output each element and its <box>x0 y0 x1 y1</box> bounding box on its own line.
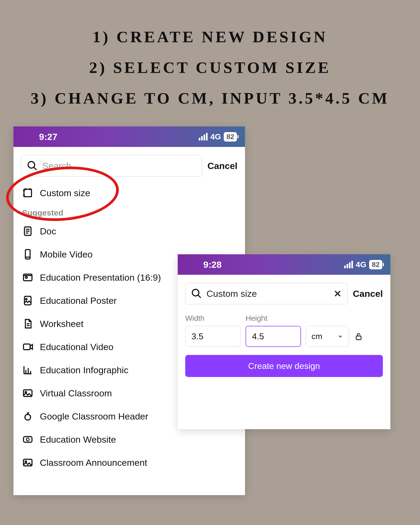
suggested-edu-website[interactable]: Education Website <box>21 428 237 451</box>
battery-badge: 82 <box>369 260 382 269</box>
image-icon <box>22 457 33 468</box>
list-item-label: Virtual Classroom <box>40 388 112 399</box>
status-time: 9:28 <box>203 259 222 270</box>
instruction-1: 1) CREATE NEW DESIGN <box>0 22 420 52</box>
search-input[interactable]: Custom size <box>185 283 348 304</box>
svg-rect-31 <box>356 336 361 340</box>
search-icon <box>27 160 38 171</box>
image-icon <box>22 387 33 399</box>
create-button-label: Create new design <box>248 361 320 371</box>
width-input[interactable]: 3.5 <box>185 326 241 347</box>
list-item-label: Education Infographic <box>40 365 128 375</box>
svg-point-0 <box>28 161 35 168</box>
list-item-label: Education Presentation (16:9) <box>40 272 161 283</box>
signal-icon <box>199 133 208 140</box>
search-placeholder: Search <box>42 161 71 171</box>
list-item-label: Classroom Announcement <box>40 457 147 468</box>
svg-point-13 <box>26 298 27 300</box>
suggested-heading: Suggested <box>21 205 237 220</box>
poster-icon <box>22 295 33 306</box>
unit-select[interactable]: cm <box>306 326 349 347</box>
suggested-announcement[interactable]: Classroom Announcement <box>21 451 237 474</box>
search-icon <box>191 288 202 299</box>
instructions-block: 1) CREATE NEW DESIGN 2) SELECT CUSTOM SI… <box>0 0 420 124</box>
signal-icon <box>344 261 353 268</box>
width-value: 3.5 <box>191 332 203 341</box>
svg-point-10 <box>25 277 27 279</box>
instruction-2: 2) SELECT CUSTOM SIZE <box>0 52 420 83</box>
chevron-down-icon <box>337 333 343 339</box>
screenshot-2: 9:28 4G 82 Custom size Cancel Width Heig… <box>178 254 390 429</box>
height-label: Height <box>246 314 301 323</box>
apple-icon <box>22 411 33 422</box>
suggested-doc[interactable]: Doc <box>21 220 237 243</box>
list-item-label: Google Classroom Header <box>40 411 148 422</box>
worksheet-icon <box>22 318 33 329</box>
doc-icon <box>22 225 33 237</box>
svg-line-1 <box>34 167 37 170</box>
svg-line-28 <box>198 295 201 298</box>
lock-icon[interactable] <box>354 332 363 341</box>
create-design-button[interactable]: Create new design <box>185 355 383 377</box>
presentation-icon <box>22 272 33 283</box>
list-item-label: Education Website <box>40 434 116 445</box>
list-item-label: Doc <box>40 226 56 237</box>
search-value: Custom size <box>206 288 257 299</box>
chart-icon <box>22 364 33 376</box>
svg-rect-16 <box>23 344 30 350</box>
network-label: 4G <box>356 260 366 269</box>
svg-rect-24 <box>23 437 32 442</box>
status-right: 4G 82 <box>199 132 237 142</box>
width-label: Width <box>185 314 241 323</box>
clear-icon[interactable] <box>333 289 342 298</box>
custom-size-label: Custom size <box>40 188 90 198</box>
svg-rect-12 <box>24 296 31 305</box>
height-value: 4.5 <box>252 332 264 341</box>
list-item-label: Worksheet <box>40 319 83 329</box>
custom-size-icon <box>22 187 33 199</box>
cancel-button[interactable]: Cancel <box>353 288 383 299</box>
svg-point-27 <box>192 289 199 296</box>
svg-rect-2 <box>24 189 32 197</box>
search-input[interactable]: Search <box>21 155 202 177</box>
list-item-label: Educational Poster <box>40 295 117 306</box>
video-icon <box>22 341 33 353</box>
link-icon <box>22 434 33 445</box>
height-input[interactable]: 4.5 <box>246 326 301 347</box>
custom-size-row[interactable]: Custom size <box>21 181 237 205</box>
list-item-label: Mobile Video <box>40 249 93 260</box>
list-item-label: Educational Video <box>40 342 113 352</box>
network-label: 4G <box>210 132 221 141</box>
status-time: 9:27 <box>39 132 57 142</box>
mobile-icon <box>22 249 33 260</box>
cancel-button[interactable]: Cancel <box>208 161 238 171</box>
status-right: 4G 82 <box>344 260 382 269</box>
battery-badge: 82 <box>224 132 237 142</box>
unit-value: cm <box>312 332 322 341</box>
status-bar: 9:28 4G 82 <box>178 254 390 275</box>
status-bar: 9:27 4G 82 <box>13 126 245 147</box>
instruction-3: 3) CHANGE TO CM, INPUT 3.5*4.5 CM <box>0 83 420 114</box>
